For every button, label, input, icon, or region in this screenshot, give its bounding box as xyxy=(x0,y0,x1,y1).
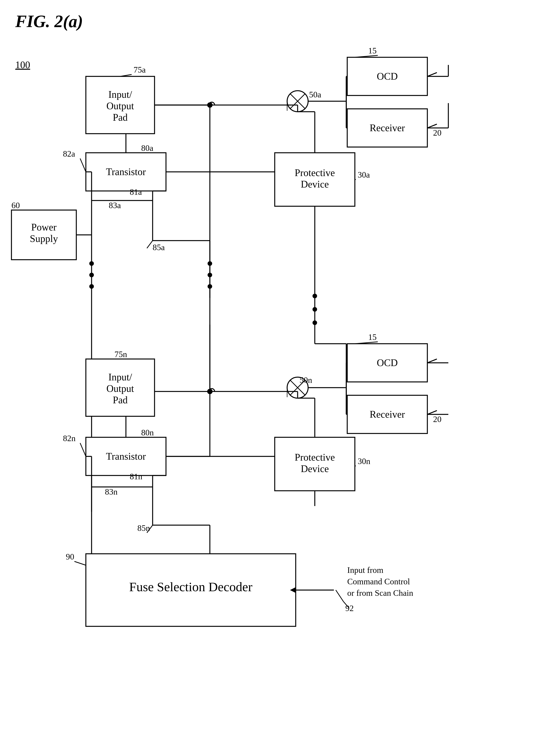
protective-top-label1: Protective xyxy=(295,167,335,178)
protective-top-label2: Device xyxy=(301,179,329,190)
io-pad-bot-label2: Output xyxy=(107,383,134,394)
protective-bot-label2: Device xyxy=(301,463,329,474)
svg-line-57 xyxy=(427,359,437,363)
input-from-label2: Command Control xyxy=(347,577,410,586)
io-pad-top-label: Input/ xyxy=(108,89,132,100)
transistor-bot-label: Transistor xyxy=(106,451,146,462)
svg-point-105 xyxy=(207,102,213,108)
svg-line-96 xyxy=(74,561,86,565)
io-pad-top-label2: Output xyxy=(107,100,134,111)
ref-82n: 82n xyxy=(63,434,76,443)
ref-81n: 81n xyxy=(130,472,142,481)
ref-30a: 30a xyxy=(358,170,370,179)
power-supply-label2: Supply xyxy=(30,233,58,244)
protective-bot-label1: Protective xyxy=(295,452,335,463)
ref-80a: 80a xyxy=(141,144,153,153)
ref-90: 90 xyxy=(66,552,74,561)
ref-50a: 50a xyxy=(309,90,321,99)
svg-line-100 xyxy=(336,590,343,602)
receiver-top-label: Receiver xyxy=(370,122,405,133)
input-from-label1: Input from xyxy=(347,565,383,575)
ocd-bot-label: OCD xyxy=(377,357,398,368)
svg-point-46 xyxy=(89,261,94,266)
ref-85a: 85a xyxy=(153,243,165,252)
ref-15-bot: 15 xyxy=(368,333,377,342)
io-pad-bot-label3: Pad xyxy=(113,394,128,405)
svg-line-76 xyxy=(80,443,86,456)
svg-line-9 xyxy=(427,124,437,128)
ref-60: 60 xyxy=(12,201,20,210)
svg-point-114 xyxy=(313,294,317,298)
ref-82a: 82a xyxy=(63,149,75,158)
svg-line-43 xyxy=(147,241,153,248)
circuit-diagram: OCD 15 Receiver 20 50a Input/ Output Pad… xyxy=(0,0,534,756)
ref-83a: 83a xyxy=(109,201,121,210)
ref-75n: 75n xyxy=(114,350,127,359)
ref-50n: 50n xyxy=(299,375,312,385)
ref-81a: 81a xyxy=(130,187,142,197)
fuse-decoder-label: Fuse Selection Decoder xyxy=(129,580,252,594)
ocd-top-label: OCD xyxy=(377,71,398,82)
io-pad-bot-label: Input/ xyxy=(108,372,132,383)
ref-20-bot: 20 xyxy=(433,415,442,424)
svg-point-116 xyxy=(313,320,317,325)
ref-80n: 80n xyxy=(141,428,154,437)
io-pad-top-label3: Pad xyxy=(113,112,128,123)
ref-30n: 30n xyxy=(358,457,370,466)
input-from-label3: or from Scan Chain xyxy=(347,588,413,598)
svg-line-27 xyxy=(80,158,86,172)
svg-point-47 xyxy=(89,273,94,277)
ref-75a: 75a xyxy=(134,65,146,74)
svg-point-115 xyxy=(313,307,317,311)
power-supply-label1: Power xyxy=(31,222,57,232)
svg-point-48 xyxy=(89,284,94,289)
ref-83n: 83n xyxy=(105,487,117,497)
receiver-bot-label: Receiver xyxy=(370,409,405,420)
svg-line-59 xyxy=(427,411,437,414)
ref-15-top: 15 xyxy=(368,46,377,55)
ref-20-top: 20 xyxy=(433,128,442,138)
transistor-top-label: Transistor xyxy=(106,166,146,177)
svg-line-6 xyxy=(427,72,437,76)
